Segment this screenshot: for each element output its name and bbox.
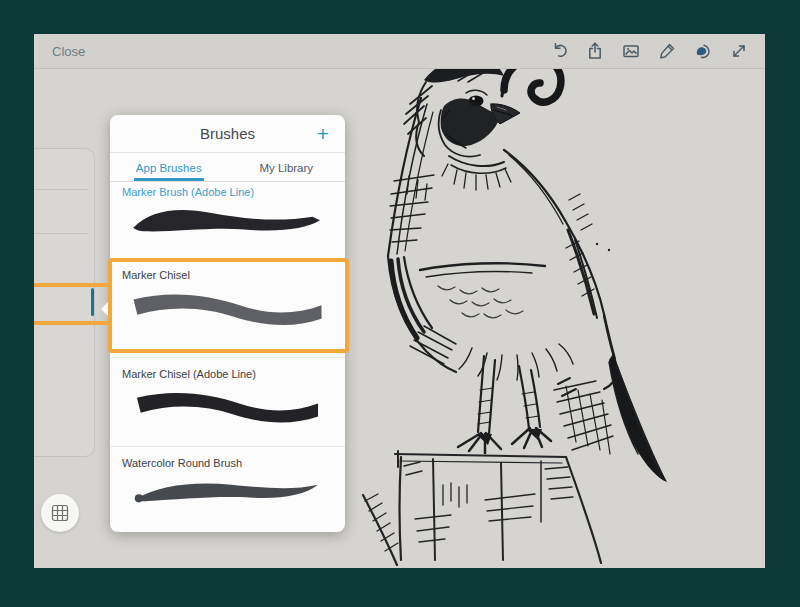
- brush-item-marker-brush-adobe-line[interactable]: Marker Brush (Adobe Line): [110, 182, 345, 259]
- topbar-icons: [549, 41, 749, 61]
- tab-app-brushes[interactable]: App Brushes: [110, 153, 228, 181]
- blend-shape-icon[interactable]: [693, 41, 713, 61]
- app-window: Brushes + App Brushes My Library Marker …: [34, 34, 765, 568]
- brush-name: Watercolor Round Brush: [122, 457, 333, 469]
- tab-my-library-label: My Library: [257, 162, 315, 181]
- grid-icon: [51, 504, 69, 522]
- brush-stroke-preview: [122, 383, 333, 435]
- dock-divider: [34, 233, 88, 234]
- brushes-panel-title: Brushes: [200, 125, 255, 142]
- brushes-panel: Brushes + App Brushes My Library Marker …: [110, 115, 345, 532]
- device-frame: Brushes + App Brushes My Library Marker …: [0, 0, 800, 607]
- brush-stroke-preview: [122, 201, 333, 247]
- share-icon[interactable]: [585, 41, 605, 61]
- brush-item-watercolor-round-brush[interactable]: Watercolor Round Brush: [110, 447, 345, 534]
- brushes-panel-header: Brushes +: [110, 115, 345, 153]
- brushes-tabs: App Brushes My Library: [110, 153, 345, 182]
- close-button[interactable]: Close: [46, 43, 91, 60]
- brush-stroke-preview: [122, 472, 333, 512]
- add-brush-button[interactable]: +: [311, 120, 335, 148]
- brush-item-marker-chisel-adobe-line[interactable]: Marker Chisel (Adobe Line): [110, 358, 345, 447]
- pencil-icon[interactable]: [657, 41, 677, 61]
- image-icon[interactable]: [621, 41, 641, 61]
- selected-tool-indicator: [91, 288, 94, 316]
- tab-app-brushes-label: App Brushes: [134, 162, 204, 181]
- brush-list: Marker Brush (Adobe Line) Marker Chisel …: [110, 182, 345, 534]
- dock-divider: [34, 189, 88, 190]
- brush-item-marker-chisel[interactable]: Marker Chisel: [110, 259, 345, 358]
- tab-my-library[interactable]: My Library: [228, 153, 346, 181]
- expand-icon[interactable]: [729, 41, 749, 61]
- brush-name: Marker Chisel (Adobe Line): [122, 368, 333, 380]
- brush-tool-dock: [34, 148, 95, 457]
- top-toolbar: Close: [34, 34, 765, 69]
- brush-stroke-preview: [122, 284, 333, 338]
- brush-name: Marker Brush (Adobe Line): [122, 186, 333, 198]
- quail-sketch: [354, 48, 710, 568]
- brush-name: Marker Chisel: [122, 269, 333, 281]
- canvas-grid-button[interactable]: [41, 494, 79, 532]
- undo-icon[interactable]: [549, 41, 569, 61]
